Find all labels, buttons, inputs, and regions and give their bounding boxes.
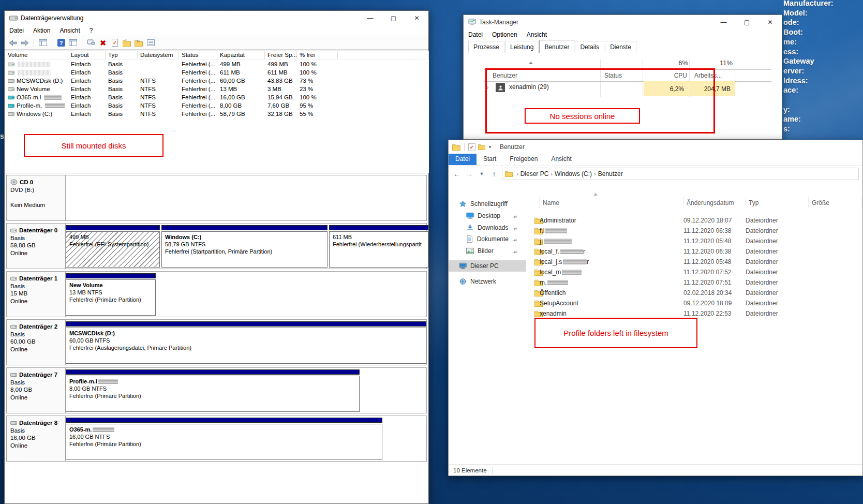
redacted-text[interactable]: [18, 70, 51, 76]
file-row[interactable]: local_m11.12.2020 07:52Dateiordner: [528, 267, 861, 277]
volume-row[interactable]: Windows (C:)EinfachBasisNTFSFehlerfrei (…: [5, 110, 429, 118]
column-header-layout[interactable]: Layout: [68, 51, 106, 59]
quick-access-check-icon[interactable]: ✓: [468, 143, 475, 151]
tab-leistung[interactable]: Leistung: [505, 41, 539, 53]
back-icon[interactable]: ←: [452, 170, 462, 178]
file-row[interactable]: j.11.12.2020 05:48Dateiordner: [528, 236, 861, 246]
disk-row-label[interactable]: Datenträger 7Basis8,00 GBOnline: [7, 368, 66, 413]
breadcrumb-item[interactable]: Benutzer: [598, 170, 623, 177]
redacted-text[interactable]: [544, 239, 572, 244]
tm-menu-datei[interactable]: Datei: [464, 30, 487, 39]
minimize-button[interactable]: —: [712, 15, 735, 29]
dm-menu-ansicht[interactable]: Ansicht: [55, 26, 84, 35]
file-row[interactable]: Öffentlich02.02.2018 20:34Dateiordner: [528, 288, 861, 298]
redacted-text[interactable]: [545, 228, 567, 233]
file-row[interactable]: xenadmin11.12.2020 22:53Dateiordner: [528, 308, 861, 319]
quick-access-folder-icon[interactable]: [478, 144, 485, 150]
toolbar-delete-icon[interactable]: ✖: [98, 38, 108, 48]
column-header-freiersp[interactable]: Freier Sp...: [265, 51, 297, 59]
breadcrumb[interactable]: ›Dieser PC›Windows (C:)›Benutzer: [502, 168, 859, 180]
sidebar-item-schnellzugriff[interactable]: Schnellzugriff: [449, 198, 526, 210]
sidebar-item-desktop[interactable]: Desktop: [449, 210, 526, 221]
dm-menu-aktion[interactable]: Aktion: [28, 26, 55, 35]
toolbar-back-arrow-icon[interactable]: [8, 38, 18, 48]
up-icon[interactable]: ↑: [489, 170, 499, 178]
tm-menu-optionen[interactable]: Optionen: [487, 30, 522, 39]
disk-row-label[interactable]: CD 0DVD (B:) Kein Medium: [7, 175, 66, 220]
file-row[interactable]: Administrator09.12.2020 18:07Dateiordner: [528, 215, 861, 226]
ribbon-tab-ansicht[interactable]: Ansicht: [544, 154, 578, 165]
dm-menu-?[interactable]: ?: [85, 26, 98, 35]
toolbar-folder-find-icon[interactable]: ○: [134, 38, 143, 48]
disk-row-label[interactable]: Datenträger 1Basis15 MBOnline: [7, 272, 66, 317]
file-row[interactable]: m.11.12.2020 07:51Dateiordner: [528, 277, 861, 288]
sidebar-item-netzwerk[interactable]: Netzwerk: [449, 276, 526, 287]
partition[interactable]: New Volume13 MB NTFSFehlerfrei (Primäre …: [66, 273, 156, 316]
redacted-text[interactable]: [93, 427, 114, 432]
volume-row[interactable]: Profile-m.EinfachBasisNTFSFehlerfrei (..…: [5, 101, 429, 110]
column-header-status[interactable]: Status: [179, 51, 217, 59]
sort-indicator-icon[interactable]: [593, 193, 598, 196]
partition[interactable]: 499 MBFehlerfrei (EFI-Systempartition): [66, 225, 160, 268]
redacted-text[interactable]: [18, 62, 51, 67]
minimize-button[interactable]: —: [359, 11, 382, 25]
tab-prozesse[interactable]: Prozesse: [468, 41, 504, 53]
redacted-text[interactable]: [98, 379, 118, 384]
column-header-name[interactable]: Name: [540, 197, 683, 208]
column-header-nderungsdatum[interactable]: Änderungsdatum: [683, 197, 746, 208]
explorer-titlebar[interactable]: ✓ ▼ Benutzer: [449, 140, 862, 154]
column-header-volume[interactable]: Volume: [5, 51, 68, 59]
tab-dienste[interactable]: Dienste: [605, 41, 636, 53]
close-button[interactable]: ✕: [758, 15, 782, 29]
ribbon-tab-start[interactable]: Start: [477, 154, 503, 165]
close-button[interactable]: ✕: [405, 11, 428, 25]
disk-row-label[interactable]: Datenträger 2Basis60,00 GBOnline: [7, 320, 66, 365]
maximize-button[interactable]: ▢: [735, 15, 758, 29]
volume-row[interactable]: New VolumeEinfachBasisNTFSFehlerfrei (..…: [5, 85, 429, 93]
file-row[interactable]: SetupAccount09.12.2020 18:09Dateiordner: [528, 298, 861, 308]
maximize-button[interactable]: ▢: [382, 11, 405, 25]
sidebar-item-dieserpc[interactable]: Dieser PC: [449, 260, 526, 272]
tm-menu-ansicht[interactable]: Ansicht: [522, 30, 552, 39]
redacted-text[interactable]: [562, 270, 582, 275]
toolbar-show-hide-console-tree-icon[interactable]: [68, 38, 78, 48]
column-header-typ[interactable]: Typ: [746, 197, 809, 208]
disk-row-label[interactable]: Datenträger 8Basis16,00 GBOnline: [7, 416, 66, 461]
partition[interactable]: Windows (C:)58,79 GB NTFSFehlerfrei (Sta…: [161, 225, 328, 268]
volume-row[interactable]: EinfachBasisFehlerfrei (...611 MB611 MB1…: [5, 68, 429, 77]
partition[interactable]: MCSWCDisk (D:)60,00 GB NTFSFehlerfrei (A…: [66, 321, 426, 364]
quick-access-dropdown-icon[interactable]: ▼: [488, 145, 492, 150]
volume-row[interactable]: MCSWCDisk (D:)EinfachBasisNTFSFehlerfrei…: [5, 77, 429, 85]
toolbar-help-icon[interactable]: ?: [56, 38, 66, 48]
recent-locations-icon[interactable]: ▼: [477, 171, 486, 176]
column-header-gröe[interactable]: Größe: [809, 197, 861, 208]
sidebar-item-downloads[interactable]: Downloads: [449, 222, 526, 233]
breadcrumb-item[interactable]: Windows (C:): [555, 170, 592, 177]
column-header-%frei[interactable]: % frei: [297, 51, 338, 59]
redacted-text[interactable]: [560, 249, 583, 254]
redacted-text[interactable]: [44, 95, 62, 100]
redacted-text[interactable]: [547, 280, 568, 285]
file-row[interactable]: local_f.r11.12.2020 06:38Dateiordner: [528, 246, 861, 257]
column-header-dateisystem[interactable]: Dateisystem: [138, 51, 179, 59]
forward-icon[interactable]: →: [465, 170, 474, 178]
sidebar-item-bilder[interactable]: Bilder: [449, 245, 526, 257]
column-header-typ[interactable]: Typ: [106, 51, 138, 59]
redacted-text[interactable]: [45, 103, 65, 108]
volume-row[interactable]: EinfachBasisFehlerfrei (...499 MB499 MB1…: [5, 60, 429, 68]
breadcrumb-item[interactable]: Dieser PC: [520, 170, 549, 177]
toolbar-console-window-icon[interactable]: [38, 38, 48, 48]
disk-row-label[interactable]: Datenträger 0Basis59,88 GBOnline: [7, 224, 66, 269]
ribbon-tab-freigeben[interactable]: Freigeben: [503, 154, 544, 165]
toolbar-check-script-icon[interactable]: ✓: [110, 38, 120, 48]
toolbar-folder-up-icon[interactable]: ↑: [122, 38, 131, 48]
toolbar-forward-arrow-icon[interactable]: [20, 38, 29, 48]
sidebar-item-dokumente[interactable]: Dokumente: [449, 233, 526, 245]
redacted-text[interactable]: [563, 259, 587, 264]
tab-details[interactable]: Details: [575, 41, 604, 53]
sort-indicator-icon[interactable]: [529, 62, 533, 64]
volume-row[interactable]: O365-m.lEinfachBasisNTFSFehlerfrei (...1…: [5, 93, 429, 101]
tab-benutzer[interactable]: Benutzer: [539, 40, 574, 53]
toolbar-properties-icon[interactable]: [146, 38, 155, 48]
partition[interactable]: Profile-m.l8,00 GB NTFSFehlerfrei (Primä…: [66, 369, 360, 412]
